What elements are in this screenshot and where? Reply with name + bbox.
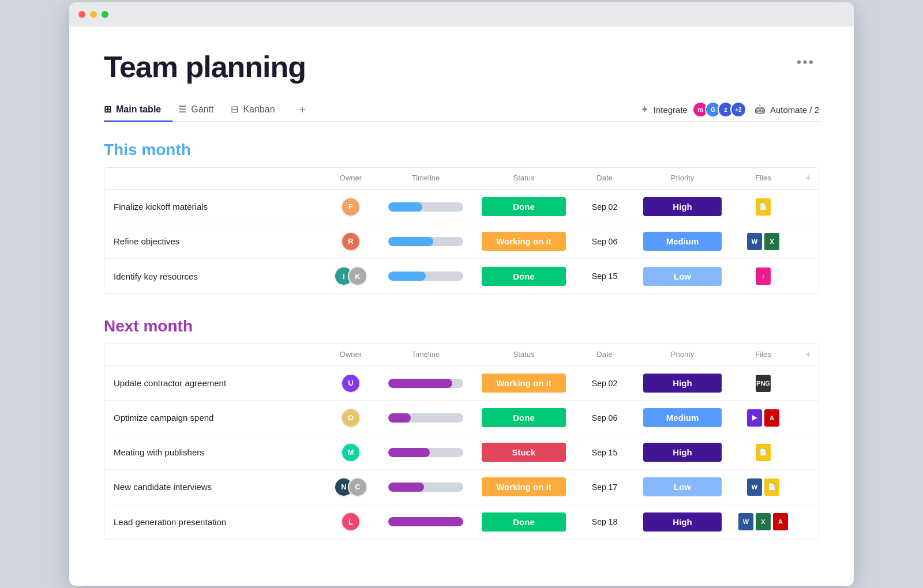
tab-gantt-label: Gantt <box>191 104 213 115</box>
timeline-fill <box>388 413 411 423</box>
automate-button[interactable]: 🤖 Automate / 2 <box>755 104 819 115</box>
timeline-fill <box>388 517 463 526</box>
col-date: Date <box>573 168 636 189</box>
owner-cell: I K <box>325 261 377 292</box>
add-row-button[interactable] <box>798 483 819 492</box>
priority-badge: Low <box>643 477 722 496</box>
status-badge: Done <box>482 197 566 216</box>
task-name: Lead generation presentation <box>104 511 325 533</box>
priority-badge: High <box>643 374 722 393</box>
files-cell: ♪ <box>729 262 798 291</box>
owner-cell: O <box>325 402 377 434</box>
avatar-2: K <box>348 266 367 286</box>
tab-actions: ✦ Integrate m G z +2 🤖 Automate / 2 <box>640 101 819 118</box>
priority-badge: High <box>643 443 722 462</box>
file-icon: PNG <box>756 375 771 392</box>
integration-avatars: m G z +2 <box>692 101 743 118</box>
date-cell: Sep 17 <box>573 477 636 497</box>
section-title: Next month <box>104 317 819 336</box>
task-name: Finalize kickoff materials <box>104 196 325 217</box>
status-cell: Done <box>475 191 573 222</box>
status-badge: Working on it <box>482 477 566 496</box>
date-cell: Sep 02 <box>573 373 636 394</box>
date-cell: Sep 18 <box>573 511 636 532</box>
tab-kanban-label: Kanban <box>243 104 275 115</box>
status-badge: Stuck <box>482 443 566 462</box>
automate-icon: 🤖 <box>755 104 766 115</box>
table-row: Identify key resources I K Done Sep 15 L… <box>104 259 819 293</box>
timeline-cell <box>377 511 475 532</box>
dot-green[interactable] <box>102 11 108 18</box>
status-badge: Working on it <box>482 374 566 393</box>
timeline-cell <box>377 373 475 394</box>
dot-yellow[interactable] <box>90 11 97 18</box>
avatar: M <box>341 443 361 462</box>
main-content: Team planning ••• ⊞ Main table ☰ Gantt ⊟… <box>69 27 854 586</box>
integrate-button[interactable]: ✦ Integrate m G z +2 <box>640 101 743 118</box>
status-badge: Working on it <box>482 232 566 251</box>
table-row: Finalize kickoff materials F Done Sep 02… <box>104 190 819 224</box>
avatar-double: N C <box>334 477 367 497</box>
timeline-fill <box>388 379 452 388</box>
date-cell: Sep 15 <box>573 266 636 287</box>
tab-main-table-label: Main table <box>116 104 161 115</box>
col-files: Files <box>729 344 798 365</box>
gantt-icon: ☰ <box>178 104 186 115</box>
table-header: Owner Timeline Status Date Priority File… <box>104 344 819 366</box>
timeline-cell <box>377 231 475 252</box>
more-button[interactable]: ••• <box>792 50 819 75</box>
timeline-bar <box>388 237 463 246</box>
files-cell: 📄 <box>729 438 798 467</box>
status-badge: Done <box>482 512 566 532</box>
priority-cell: Medium <box>636 226 729 257</box>
col-task <box>111 168 325 189</box>
file-icon: ▶ <box>747 409 762 427</box>
add-row-button[interactable] <box>798 448 819 457</box>
dot-red[interactable] <box>78 11 85 18</box>
add-column-button[interactable]: + <box>798 344 819 365</box>
avatar-2: C <box>348 477 367 497</box>
avatar: U <box>341 374 361 393</box>
timeline-bar <box>388 379 463 388</box>
add-tab-button[interactable]: + <box>292 103 313 116</box>
tab-main-table[interactable]: ⊞ Main table <box>104 98 172 122</box>
status-cell: Working on it <box>475 368 573 398</box>
files-cell: WXA <box>729 507 798 536</box>
section-next-month: Next month Owner Timeline Status Date Pr… <box>104 317 819 540</box>
priority-cell: High <box>636 437 729 468</box>
add-row-button[interactable] <box>798 413 819 423</box>
file-icon: W <box>747 478 762 496</box>
add-row-button[interactable] <box>798 237 819 246</box>
timeline-bar <box>388 517 463 526</box>
owner-cell: F <box>325 191 377 223</box>
status-cell: Stuck <box>475 437 573 468</box>
table-row: Refine objectives R Working on it Sep 06… <box>104 224 819 259</box>
tab-kanban[interactable]: ⊟ Kanban <box>231 98 286 122</box>
avatar: R <box>341 232 361 251</box>
add-column-button[interactable]: + <box>798 168 819 189</box>
avatar-double: I K <box>334 266 367 286</box>
priority-cell: Low <box>636 472 729 502</box>
section-title: This month <box>104 141 819 159</box>
integrate-label: Integrate <box>654 105 688 115</box>
col-status: Status <box>475 344 573 365</box>
main-table-icon: ⊞ <box>104 104 111 115</box>
timeline-bar <box>388 483 463 492</box>
files-cell: PNG <box>729 369 798 398</box>
add-row-button[interactable] <box>798 379 819 388</box>
file-icon: A <box>764 409 779 427</box>
add-row-button[interactable] <box>798 272 819 281</box>
tab-gantt[interactable]: ☰ Gantt <box>178 98 225 122</box>
task-name: Optimize campaign spend <box>104 407 325 428</box>
timeline-bar <box>388 448 463 457</box>
table-row: Optimize campaign spend O Done Sep 06 Me… <box>104 401 819 435</box>
table-wrap: Owner Timeline Status Date Priority File… <box>104 167 819 294</box>
page-header: Team planning ••• <box>104 50 819 84</box>
file-icon: 📄 <box>756 444 771 461</box>
add-row-button[interactable] <box>798 517 819 526</box>
file-icon: X <box>756 513 771 530</box>
priority-cell: High <box>636 191 729 222</box>
add-row-button[interactable] <box>798 202 819 212</box>
file-icon: 📄 <box>764 478 779 496</box>
priority-cell: High <box>636 368 729 398</box>
